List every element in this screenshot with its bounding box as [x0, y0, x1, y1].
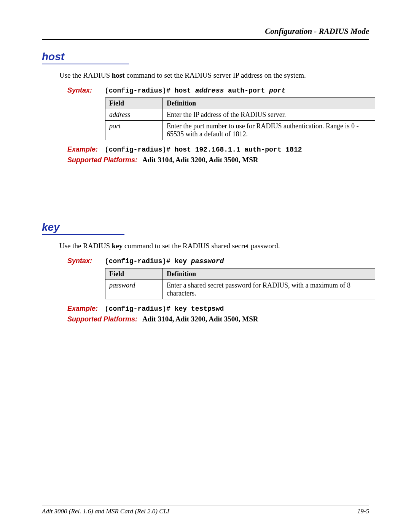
table-row: port Enter the port number to use for RA…: [105, 121, 375, 140]
page: Configuration - RADIUS Mode host Use the…: [0, 0, 411, 532]
table-cell-field: address: [105, 109, 163, 121]
text-fragment: command to set the RADIUS server IP addr…: [125, 71, 306, 79]
key-platforms-row: Supported Platforms: Adit 3104, Adit 320…: [67, 315, 369, 323]
host-heading: host: [42, 51, 129, 64]
text-fragment: command to set the RADIUS shared secret …: [123, 242, 280, 250]
table-header-row: Field Definition: [105, 98, 375, 109]
table-header-definition: Definition: [163, 268, 375, 280]
example-label: Example:: [67, 145, 105, 153]
syntax-arg: port: [269, 87, 285, 94]
platforms-value: Adit 3104, Adit 3200, Adit 3500, MSR: [142, 315, 258, 323]
text-fragment: Use the RADIUS: [59, 242, 112, 250]
key-intro: Use the RADIUS key command to set the RA…: [59, 242, 369, 250]
syntax-label: Syntax:: [67, 86, 105, 94]
host-syntax: (config-radius)# host address auth-port …: [105, 87, 285, 94]
table-cell-field: port: [105, 121, 163, 140]
table-cell-definition: Enter the port number to use for RADIUS …: [163, 121, 375, 140]
table-row: password Enter a shared secret password …: [105, 280, 375, 299]
syntax-text: auth-port: [224, 87, 269, 94]
platforms-label: Supported Platforms:: [67, 156, 139, 164]
syntax-label: Syntax:: [67, 257, 105, 265]
syntax-arg: password: [191, 257, 224, 265]
footer-left: Adit 3000 (Rel. 1.6) and MSR Card (Rel 2…: [42, 508, 169, 515]
syntax-arg: address: [195, 87, 224, 94]
key-example-row: Example: (config-radius)# key testpswd: [67, 305, 369, 313]
table-header-row: Field Definition: [105, 268, 375, 280]
key-heading-wrap: key: [42, 221, 369, 235]
platforms-label: Supported Platforms:: [67, 315, 139, 323]
table-header-field: Field: [105, 98, 163, 109]
table-header-field: Field: [105, 268, 163, 280]
header-rule: [42, 39, 369, 40]
text-bold: key: [112, 242, 123, 250]
example-label: Example:: [67, 305, 105, 313]
host-syntax-row: Syntax: (config-radius)# host address au…: [67, 86, 369, 94]
text-fragment: Use the RADIUS: [59, 71, 112, 79]
host-platforms-row: Supported Platforms: Adit 3104, Adit 320…: [67, 156, 369, 164]
table-cell-field: password: [105, 280, 163, 299]
host-field-table: Field Definition address Enter the IP ad…: [105, 97, 375, 140]
text-bold: host: [112, 71, 125, 79]
platforms-value: Adit 3104, Adit 3200, Adit 3500, MSR: [142, 156, 258, 164]
syntax-text: (config-radius)# key: [105, 257, 191, 265]
table-row: address Enter the IP address of the RADI…: [105, 109, 375, 121]
table-cell-definition: Enter a shared secret password for RADIU…: [163, 280, 375, 299]
section-gap: [42, 164, 369, 221]
host-example-row: Example: (config-radius)# host 192.168.1…: [67, 145, 369, 153]
host-intro: Use the RADIUS host command to set the R…: [59, 71, 369, 80]
page-footer: Adit 3000 (Rel. 1.6) and MSR Card (Rel 2…: [42, 505, 369, 515]
footer-right: 19-5: [357, 508, 369, 515]
key-example: (config-radius)# key testpswd: [105, 305, 224, 313]
running-header: Configuration - RADIUS Mode: [42, 27, 369, 36]
key-heading: key: [42, 221, 124, 235]
key-syntax-row: Syntax: (config-radius)# key password: [67, 257, 369, 265]
syntax-text: (config-radius)# host: [105, 87, 195, 94]
table-cell-definition: Enter the IP address of the RADIUS serve…: [163, 109, 375, 121]
key-syntax: (config-radius)# key password: [105, 257, 224, 265]
host-heading-wrap: host: [42, 51, 369, 64]
key-field-table: Field Definition password Enter a shared…: [105, 268, 375, 299]
table-header-definition: Definition: [163, 98, 375, 109]
host-example: (config-radius)# host 192.168.1.1 auth-p…: [105, 146, 302, 153]
